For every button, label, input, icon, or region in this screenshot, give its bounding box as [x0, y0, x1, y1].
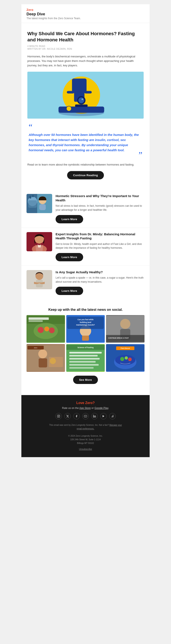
svg-point-9 [67, 106, 71, 111]
quote-block: “ Although over 50 hormones have been id… [27, 123, 144, 159]
card-thumbnail-1 [27, 194, 52, 213]
card-thumbnail-2 [27, 232, 52, 251]
social-post-2[interactable]: Can you fast while building (and maintai… [66, 315, 105, 343]
svg-rect-10 [75, 104, 87, 107]
learn-more-button-3[interactable]: Learn More [56, 287, 83, 295]
social-post-3[interactable]: CONTINUE BREAK A FAST [106, 315, 144, 343]
card-1-btn-row: Learn More [56, 215, 144, 223]
footer-legal: This email was sent by Zero Longevity Sc… [27, 423, 144, 451]
svg-point-78 [93, 415, 94, 416]
svg-point-33 [49, 328, 55, 334]
svg-rect-35 [29, 320, 43, 322]
svg-text:Zero: Zero [34, 347, 37, 349]
svg-rect-60 [69, 355, 98, 357]
social-icons-row [27, 413, 144, 420]
article-card-2: Expert Insights from Dr. Mindy: Balancin… [21, 228, 150, 266]
svg-rect-59 [69, 352, 102, 354]
linkedin-icon[interactable] [91, 413, 98, 420]
brand-name: Zero [27, 8, 144, 12]
facebook-icon[interactable] [73, 413, 80, 420]
svg-rect-16 [39, 204, 46, 210]
quote-mark-open: “ [29, 123, 142, 132]
see-more-btn-row: See More [27, 376, 144, 384]
social-post-6[interactable]: Plant-Based [106, 344, 144, 372]
svg-rect-8 [59, 106, 104, 113]
svg-text:maintaining) muscle?: maintaining) muscle? [76, 324, 95, 326]
svg-point-53 [50, 358, 56, 364]
svg-point-81 [113, 416, 114, 417]
quote-text: Although over 50 hormones have been iden… [29, 132, 142, 153]
svg-rect-61 [69, 358, 100, 360]
svg-rect-63 [69, 364, 99, 366]
svg-point-3 [75, 80, 84, 90]
article-card-1: Hormetic Stressors and Why They're Impor… [21, 190, 150, 228]
instagram-icon[interactable] [55, 413, 62, 420]
svg-rect-5 [67, 91, 74, 94]
read-on-text: Read on to learn more about the symbioti… [27, 162, 144, 167]
svg-rect-34 [29, 318, 49, 320]
social-post-5[interactable]: Science of Fasting [66, 344, 105, 372]
continue-reading-button[interactable]: Continue Reading [67, 171, 104, 180]
learn-more-button-2[interactable]: Learn More [56, 253, 83, 261]
svg-point-50 [38, 350, 47, 358]
card-3-btn-row: Learn More [56, 287, 144, 295]
unsubscribe-link[interactable]: Unsubscribe [79, 448, 92, 450]
svg-point-20 [29, 196, 32, 198]
social-post-1[interactable] [27, 315, 65, 343]
app-store-link[interactable]: App Store [79, 406, 91, 410]
svg-rect-51 [39, 358, 47, 368]
card-title-2: Expert Insights from Dr. Mindy: Balancin… [56, 232, 144, 240]
newsletter-title: Deep Dive [27, 12, 144, 16]
svg-text:building (and: building (and [80, 321, 91, 324]
card-content-3: Is Any Sugar Actually Healthy? Let's cal… [56, 270, 144, 295]
music-icon[interactable] [109, 413, 116, 420]
svg-text:Can you fast while: Can you fast while [78, 319, 94, 321]
card-body-2: Get to know Dr. Mindy, health expert and… [56, 242, 144, 250]
svg-text:Plant-Based: Plant-Based [121, 348, 130, 350]
social-heading: Keep up with the all the latest news on … [27, 308, 144, 312]
main-article-card: Why Should We Care About Hormones? Fasti… [21, 25, 150, 186]
svg-text:CONTINUE BREAK A FAST: CONTINUE BREAK A FAST [108, 337, 129, 339]
twitter-icon[interactable] [64, 413, 71, 420]
svg-rect-64 [69, 367, 94, 369]
social-grid: Can you fast while building (and maintai… [27, 315, 144, 372]
youtube-icon[interactable] [82, 413, 89, 420]
card-thumbnail-3 [27, 270, 52, 289]
svg-marker-76 [85, 416, 86, 417]
newsletter-subtitle: The latest insights from the Zero Scienc… [27, 17, 144, 20]
read-time: 4 MINUTE READ [27, 45, 144, 47]
footer-copyright: © 2024 Zero Longevity Science, Inc. [27, 434, 144, 438]
svg-point-21 [32, 195, 34, 197]
social-section: Keep up with the all the latest news on … [21, 303, 150, 393]
svg-rect-62 [69, 361, 96, 363]
learn-more-button-1[interactable]: Learn More [56, 215, 83, 223]
social-post-4[interactable]: Zero [27, 344, 65, 372]
hero-image [27, 72, 144, 118]
svg-point-12 [78, 97, 84, 103]
footer-love-heading: Love Zero? [27, 401, 144, 405]
svg-rect-19 [28, 200, 37, 208]
svg-point-69 [115, 355, 135, 365]
footer-unsubscribe-row: Unsubscribe [27, 447, 144, 451]
written-by: WRITTEN BY DR. NICOLE DEZARN, RDN [27, 48, 144, 50]
svg-point-71 [125, 356, 128, 360]
podcast-play-icon[interactable] [100, 413, 107, 420]
main-article-title: Why Should We Care About Hormones? Fasti… [27, 31, 144, 43]
see-more-button[interactable]: See More [73, 376, 98, 384]
svg-rect-77 [93, 416, 94, 418]
svg-point-13 [82, 98, 83, 100]
svg-point-75 [59, 416, 59, 416]
google-play-link[interactable]: Google Play [94, 406, 108, 410]
card-body-1: Not all stress is bad stress. In fact, h… [56, 204, 144, 212]
svg-rect-38 [82, 336, 89, 341]
svg-point-70 [120, 357, 124, 361]
svg-text:Science of Fasting: Science of Fasting [77, 346, 93, 348]
footer-rate-text: Rate us on the App Store or Google Play. [27, 406, 144, 410]
continue-reading-btn-row: Continue Reading [27, 171, 144, 180]
card-content-2: Expert Insights from Dr. Mindy: Balancin… [56, 232, 144, 261]
secondary-articles-section: Hormetic Stressors and Why They're Impor… [21, 188, 150, 301]
manage-prefs-link[interactable]: Manage youremail preferences. [77, 424, 122, 430]
svg-point-72 [128, 358, 132, 361]
card-body-3: Let's call a spade a spade — or, in this… [56, 276, 144, 284]
email-header: Zero Deep Dive The latest insights from … [21, 4, 150, 23]
